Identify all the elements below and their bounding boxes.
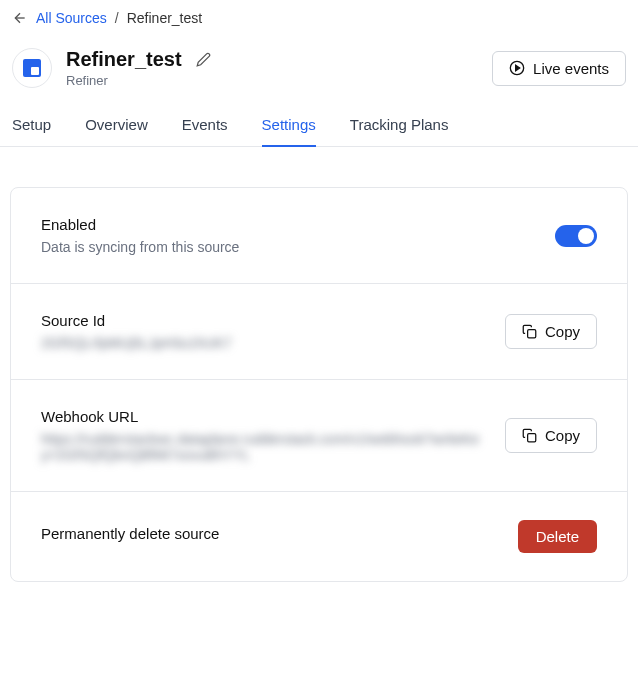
tab-setup[interactable]: Setup [12,106,51,147]
copy-webhook-button[interactable]: Copy [505,418,597,453]
copy-label: Copy [545,427,580,444]
webhook-title: Webhook URL [41,408,485,425]
live-events-label: Live events [533,60,609,77]
delete-title: Permanently delete source [41,525,498,542]
play-circle-icon [509,60,525,76]
live-events-button[interactable]: Live events [492,51,626,86]
copy-label: Copy [545,323,580,340]
source-id-section: Source Id 2GfSQLrfpMUj5LJpH3u1hUK7 Copy [11,283,627,379]
svg-rect-3 [528,330,536,338]
source-id-title: Source Id [41,312,485,329]
tab-tracking-plans[interactable]: Tracking Plans [350,106,449,147]
enabled-toggle[interactable] [555,225,597,247]
svg-marker-2 [516,65,520,70]
copy-icon [522,428,537,443]
page-title: Refiner_test [66,48,182,71]
enabled-title: Enabled [41,216,535,233]
copy-source-id-button[interactable]: Copy [505,314,597,349]
source-logo-icon [12,48,52,88]
tab-settings[interactable]: Settings [262,106,316,147]
breadcrumb-separator: / [115,10,119,26]
webhook-value: https://rudderstackwc.dataplane.rudderst… [41,431,485,463]
source-id-value: 2GfSQLrfpMUj5LJpH3u1hUK7 [41,335,485,351]
edit-name-button[interactable] [192,48,215,71]
source-type-label: Refiner [66,73,215,88]
webhook-section: Webhook URL https://rudderstackwc.datapl… [11,379,627,491]
breadcrumb: All Sources / Refiner_test [0,0,638,36]
delete-button[interactable]: Delete [518,520,597,553]
settings-card: Enabled Data is syncing from this source… [10,187,628,582]
back-arrow-icon[interactable] [12,10,28,26]
breadcrumb-root-link[interactable]: All Sources [36,10,107,26]
breadcrumb-current: Refiner_test [127,10,202,26]
tabs: Setup Overview Events Settings Tracking … [0,106,638,147]
copy-icon [522,324,537,339]
tab-overview[interactable]: Overview [85,106,148,147]
page-header: Refiner_test Refiner Live events [0,36,638,106]
enabled-description: Data is syncing from this source [41,239,535,255]
svg-rect-4 [528,434,536,442]
enabled-section: Enabled Data is syncing from this source [11,188,627,283]
delete-section: Permanently delete source Delete [11,491,627,581]
tab-events[interactable]: Events [182,106,228,147]
pencil-icon [196,52,211,67]
